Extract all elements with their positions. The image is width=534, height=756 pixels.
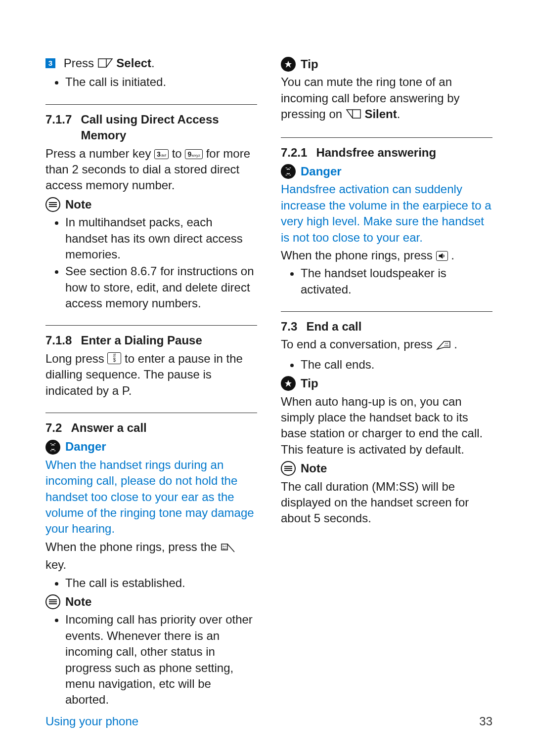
list-item: Incoming call has priority over other ev…: [65, 612, 257, 708]
note-list-7-2: Incoming call has priority over other ev…: [45, 612, 257, 708]
tip-icon: [281, 376, 296, 391]
note-label: Note: [65, 197, 91, 212]
note-icon: [45, 594, 60, 609]
softkey-right-icon: [97, 56, 113, 72]
speaker-key-icon: [436, 251, 448, 261]
left-column: 3 Press Select. The call is initiated. 7…: [45, 53, 257, 716]
select-label: Select: [116, 56, 151, 70]
section-divider: [281, 311, 492, 312]
danger-icon: [45, 440, 60, 455]
key-9-icon: 9wxyz: [185, 149, 203, 159]
list-item: In multihandset packs, each handset has …: [65, 214, 257, 262]
danger-icon: [281, 164, 296, 179]
note-label: Note: [65, 594, 91, 610]
section-divider: [45, 413, 257, 413]
svg-text:TALK: TALK: [222, 547, 227, 550]
result-list-7-2-1: The handset loudspeaker is activated.: [281, 265, 492, 297]
note-icon: [45, 197, 60, 212]
key-3-icon: 3def: [154, 149, 169, 159]
footer-page-number: 33: [479, 714, 492, 729]
softkey-left-icon: [346, 107, 361, 123]
tip-callout: Tip: [281, 56, 492, 72]
step-number-badge: 3: [45, 58, 55, 68]
paragraph-7-2: When the phone rings, press the flashTAL…: [45, 539, 257, 573]
section-divider: [281, 137, 492, 138]
svg-text:END: END: [445, 344, 449, 347]
danger-text-7-2: When the handset rings during an incomin…: [45, 457, 257, 537]
footer-title: Using your phone: [45, 714, 138, 729]
result-list-7-2: The call is established.: [45, 575, 257, 591]
tip-icon: [281, 57, 296, 72]
tip-text-7-2: You can mute the ring tone of an incomin…: [281, 74, 492, 123]
note-callout: Note: [45, 594, 257, 610]
section-divider: [45, 325, 257, 326]
heading-7-3: 7.3 End a call: [281, 319, 492, 335]
end-key-icon: exitEND: [436, 338, 451, 354]
note-list-7-1-7: In multihandset packs, each handset has …: [45, 214, 257, 311]
list-item: The call ends.: [301, 357, 492, 373]
list-item: See section 8.6.7 for instructions on ho…: [65, 263, 257, 311]
note-icon: [281, 461, 296, 476]
heading-7-1-7: 7.1.7 Call using Direct Access Memory: [45, 112, 257, 144]
key-hash-icon: #$: [107, 352, 121, 364]
list-item: The call is initiated.: [65, 74, 257, 90]
danger-text-7-2-1: Handsfree activation can suddenly increa…: [281, 181, 492, 246]
paragraph-7-1-7: Press a number key 3def to 9wxyz for mor…: [45, 146, 257, 194]
silent-label: Silent: [364, 107, 397, 121]
heading-7-1-8: 7.1.8 Enter a Dialing Pause: [45, 333, 257, 348]
danger-callout: Danger: [281, 164, 492, 179]
list-item: The call is established.: [65, 575, 257, 591]
list-item: The handset loudspeaker is activated.: [301, 265, 492, 297]
note-callout: Note: [45, 197, 257, 212]
note-label: Note: [301, 461, 327, 476]
danger-label: Danger: [301, 164, 342, 179]
right-column: Tip You can mute the ring tone of an inc…: [281, 53, 492, 716]
danger-callout: Danger: [45, 439, 257, 455]
step-3-line: 3 Press Select.: [45, 55, 257, 72]
paragraph-7-2-1: When the phone rings, press .: [281, 248, 492, 263]
step-text: Press: [64, 56, 97, 70]
note-text-7-3: The call duration (MM:SS) will be displa…: [281, 479, 492, 527]
tip-label: Tip: [301, 56, 318, 72]
section-divider: [45, 104, 257, 105]
tip-callout: Tip: [281, 376, 492, 391]
danger-label: Danger: [65, 439, 106, 455]
step-3-result: The call is initiated.: [45, 74, 257, 90]
page-footer: Using your phone 33: [45, 714, 492, 729]
document-page: 3 Press Select. The call is initiated. 7…: [0, 0, 534, 756]
tip-text-7-3: When auto hang-up is on, you can simply …: [281, 394, 492, 458]
heading-7-2: 7.2 Answer a call: [45, 420, 257, 436]
paragraph-7-1-8: Long press #$ to enter a pause in the di…: [45, 351, 257, 399]
tip-label: Tip: [301, 376, 318, 391]
paragraph-7-3: To end a conversation, press exitEND .: [281, 336, 492, 354]
heading-7-2-1: 7.2.1 Handsfree answering: [281, 145, 492, 161]
talk-key-icon: flashTALK: [221, 541, 235, 557]
result-list-7-3: The call ends.: [281, 357, 492, 373]
note-callout: Note: [281, 461, 492, 476]
